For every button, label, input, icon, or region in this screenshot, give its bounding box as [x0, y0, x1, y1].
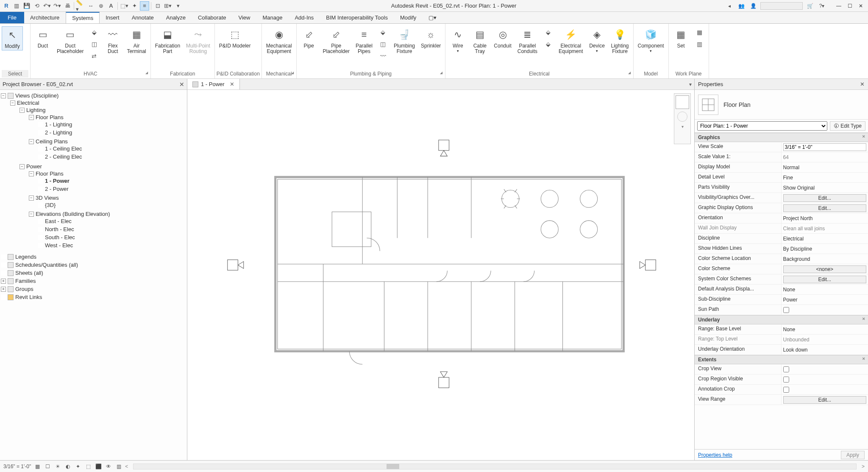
close-properties-button[interactable]: ✕ [860, 81, 865, 87]
pipe-tool[interactable]: ⬃Pipe [298, 26, 320, 50]
prop-detail-level-value[interactable]: Fine [782, 173, 868, 182]
back-icon[interactable]: ◂ [725, 1, 734, 11]
properties-help-link[interactable]: Properties help [698, 452, 732, 458]
fabrication-part-tool[interactable]: ⬓Fabrication Part [153, 26, 183, 55]
navigation-bar[interactable]: ▾ [674, 93, 691, 144]
device-tool[interactable]: ◈Device▾ [586, 26, 607, 54]
tree-1-power[interactable]: 1 - Power [45, 178, 70, 184]
flex-duct-tool[interactable]: 〰Flex Duct [102, 26, 123, 55]
tree-sheets[interactable]: Sheets (all) [15, 270, 43, 276]
panel-hvac[interactable]: HVAC [32, 70, 149, 78]
close-view-tab-button[interactable]: ✕ [230, 81, 234, 87]
tree-legends[interactable]: Legends [15, 254, 36, 260]
edit-type-button[interactable]: 🛈Edit Type [830, 121, 865, 131]
tree-ceiling-plans[interactable]: Ceiling Plans [36, 138, 68, 145]
tree-2-lighting[interactable]: 2 - Lighting [45, 129, 72, 136]
shadows-icon[interactable]: ◐ [64, 463, 72, 470]
panel-fabrication[interactable]: Fabrication [153, 70, 213, 78]
tab-addins[interactable]: Add-Ins [289, 12, 320, 23]
tree-2-ceiling[interactable]: 2 - Ceiling Elec [45, 154, 82, 160]
prop-underlay-orient-value[interactable]: Look down [782, 345, 868, 355]
apply-button[interactable]: Apply [841, 451, 865, 459]
tab-architecture[interactable]: Architecture [24, 12, 66, 23]
group-extents[interactable]: Extents [695, 355, 868, 364]
prop-parts-vis-value[interactable]: Show Original [782, 183, 868, 193]
status-scale[interactable]: 3/16" = 1'-0" [3, 464, 31, 469]
conduit-tool[interactable]: ◎Conduit [491, 26, 514, 50]
prop-def-analysis-value[interactable]: None [782, 285, 868, 294]
sync-icon[interactable]: ⟲ [32, 1, 42, 11]
prop-show-hidden-value[interactable]: By Discipline [782, 244, 868, 254]
measure-icon[interactable]: 📏▾ [76, 1, 85, 11]
maximize-button[interactable]: ☐ [844, 1, 855, 11]
group-graphics[interactable]: Graphics [695, 133, 868, 142]
close-browser-button[interactable]: ✕ [179, 81, 184, 88]
section-icon[interactable]: ✦ [130, 1, 139, 11]
text-icon[interactable]: A [106, 1, 116, 11]
tree-lighting[interactable]: Lighting [26, 107, 46, 113]
conduit-fitting-tool[interactable]: ⬙ [542, 39, 554, 50]
redo-icon[interactable]: ↷▾ [53, 1, 62, 11]
close-inactive-icon[interactable]: ⊡ [153, 1, 162, 11]
tab-bim-interop[interactable]: BIM Interoperability Tools [320, 12, 394, 23]
pid-modeler-tool[interactable]: ⬚P&ID Modeler [217, 26, 253, 50]
tab-analyze[interactable]: Analyze [160, 12, 192, 23]
prop-crop-view-checkbox[interactable] [783, 366, 789, 372]
tree-schedules[interactable]: Schedules/Quantities (all) [15, 262, 78, 268]
instance-selector[interactable]: Floor Plan: 1 - Power [697, 121, 827, 131]
tab-insert[interactable]: Insert [100, 12, 126, 23]
tree-power[interactable]: Power [26, 163, 42, 170]
minimize-button[interactable]: — [833, 1, 844, 11]
tree-revit-links[interactable]: Revit Links [15, 294, 42, 300]
modify-tool[interactable]: ↖ Modify [2, 26, 23, 50]
tree-west-elec[interactable]: West - Elec [45, 242, 73, 249]
tree-groups[interactable]: Groups [15, 286, 33, 292]
close-window-button[interactable]: ✕ [855, 1, 866, 11]
prop-anno-crop-checkbox[interactable] [783, 387, 789, 393]
revit-logo-icon[interactable]: R [2, 1, 11, 11]
tree-south-elec[interactable]: South - Elec [45, 234, 75, 240]
lighting-fixture-tool[interactable]: 💡Lighting Fixture [608, 26, 631, 55]
undo-icon[interactable]: ↶▾ [42, 1, 52, 11]
duct-placeholder-tool[interactable]: ▭Duct Placeholder [54, 26, 86, 55]
duct-tool[interactable]: ▭Duct [32, 26, 53, 50]
tree-elevations[interactable]: Elevations (Building Elevation) [36, 211, 110, 217]
tab-collaborate[interactable]: Collaborate [192, 12, 233, 23]
group-underlay[interactable]: Underlay [695, 315, 868, 324]
prop-display-model-value[interactable]: Normal [782, 162, 868, 172]
print-icon[interactable]: 🖶 [63, 1, 72, 11]
convert-tool[interactable]: ⇄ [88, 51, 100, 62]
prop-sub-disc-value[interactable]: Power [782, 295, 868, 304]
parallel-pipes-tool[interactable]: ≡Parallel Pipes [353, 26, 375, 55]
prop-view-range-button[interactable]: Edit... [783, 396, 867, 404]
tree-1-lighting[interactable]: 1 - Lighting [45, 121, 72, 128]
reveal-icon[interactable]: ▥ [115, 463, 122, 470]
cable-tray-tool[interactable]: ▤Cable Tray [469, 26, 490, 55]
help-icon[interactable]: ?▾ [817, 1, 826, 11]
prop-orientation-value[interactable]: Project North [782, 213, 868, 223]
sprinkler-tool[interactable]: ☼Sprinkler [418, 26, 443, 50]
panel-workplane[interactable]: Work Plane [670, 70, 707, 78]
pipe-accessory-tool[interactable]: ◫ [377, 39, 389, 50]
file-tab[interactable]: File [0, 12, 24, 23]
sun-path-icon[interactable]: ☀ [54, 463, 61, 470]
view-tabs-dropdown[interactable]: ▾ [687, 79, 694, 89]
steering-wheel-icon[interactable] [677, 112, 687, 122]
tree-east-elec[interactable]: East - Elec [45, 218, 72, 224]
3d-icon[interactable]: ⬚▾ [120, 1, 129, 11]
canvas[interactable]: ▾ [187, 90, 694, 460]
tree-families[interactable]: Families [15, 278, 36, 284]
tab-view[interactable]: View [232, 12, 256, 23]
prop-color-scheme-button[interactable]: <none> [783, 265, 867, 273]
panel-pid[interactable]: P&ID Collaboration [217, 70, 260, 78]
tree-electrical[interactable]: Electrical [17, 100, 39, 106]
view-tab-1-power[interactable]: 1 - Power ✕ [187, 79, 240, 89]
prop-sys-color-button[interactable]: Edit... [783, 276, 867, 283]
prop-crop-region-checkbox[interactable] [783, 377, 789, 383]
crop-region-icon[interactable]: ⬛ [95, 463, 102, 470]
view-cube-icon[interactable] [676, 95, 689, 109]
crop-icon[interactable]: ⬚ [84, 463, 92, 470]
duct-fitting-tool[interactable]: ⬙ [88, 27, 100, 38]
prop-color-loc-value[interactable]: Background [782, 254, 868, 264]
properties-body[interactable]: Graphics View Scale Scale Value 1:64 Dis… [695, 133, 868, 449]
